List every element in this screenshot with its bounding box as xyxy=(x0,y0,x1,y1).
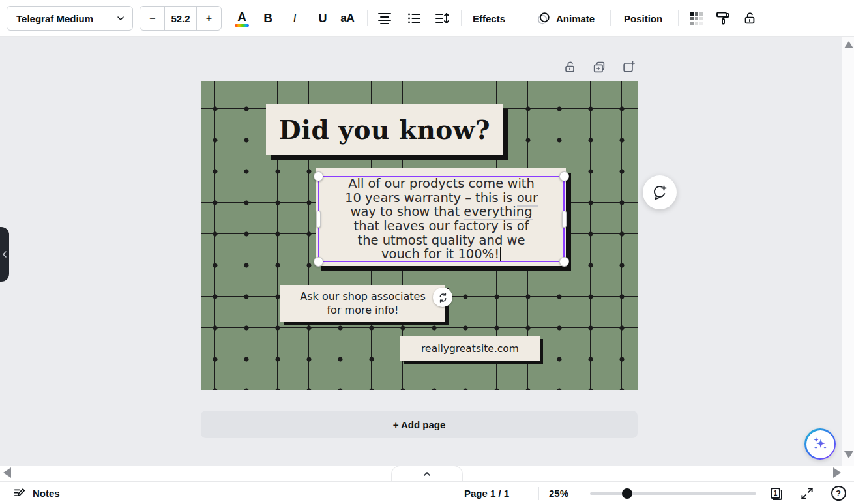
font-size-increase-button[interactable]: + xyxy=(197,7,221,30)
design-page[interactable]: Did you know? All of our prodycts come w… xyxy=(201,81,638,390)
add-comment-button[interactable] xyxy=(643,175,677,209)
chevron-up-icon xyxy=(423,471,431,477)
chevron-down-icon xyxy=(115,13,126,23)
underline-button[interactable]: U xyxy=(311,7,334,30)
italic-button[interactable]: I xyxy=(283,7,306,30)
effects-button[interactable]: Effects xyxy=(465,7,512,30)
sidebar-toggle-button[interactable] xyxy=(0,227,9,282)
add-page-icon xyxy=(621,60,636,74)
website-card[interactable]: reallygreatsite.com xyxy=(400,336,540,361)
transparency-button[interactable] xyxy=(685,7,708,30)
bold-button[interactable]: B xyxy=(256,7,280,30)
paint-roller-icon xyxy=(715,10,731,26)
lock-page-button[interactable] xyxy=(561,58,579,76)
transparency-icon xyxy=(688,10,704,26)
comment-plus-icon xyxy=(651,183,669,201)
selection-handle-right[interactable] xyxy=(562,211,567,228)
textbox-line: All of our prodycts come with xyxy=(348,177,535,191)
ask-info-line1: Ask our shop associates xyxy=(300,290,426,304)
scroll-left-arrow-icon[interactable] xyxy=(3,467,11,478)
lock-button[interactable] xyxy=(738,7,761,30)
duplicate-page-button[interactable] xyxy=(590,58,608,76)
fullscreen-button[interactable] xyxy=(798,482,816,504)
design-title-text: Did you know? xyxy=(279,115,490,145)
font-family-value: Telegraf Medium xyxy=(16,13,93,24)
bullet-list-icon xyxy=(406,10,422,26)
expand-arrows-icon xyxy=(801,487,814,500)
animate-label: Animate xyxy=(556,13,595,24)
pages-icon: 1 xyxy=(771,487,782,500)
selection-handle-bottom-right[interactable] xyxy=(559,257,569,267)
timeline-expander[interactable] xyxy=(391,466,463,482)
line-spacing-button[interactable] xyxy=(430,7,454,30)
align-center-icon xyxy=(377,10,392,26)
textbox-line: 10 years warranty – this is our xyxy=(345,191,538,205)
notes-label: Notes xyxy=(33,488,60,499)
canva-assistant-inner xyxy=(806,430,834,458)
selection-handle-left[interactable] xyxy=(316,211,321,228)
vertical-scrollbar[interactable] xyxy=(842,37,854,466)
textbox-line: vouch for it 100%! xyxy=(381,247,501,261)
notes-button[interactable]: Notes xyxy=(9,482,64,504)
selection-handle-bottom-left[interactable] xyxy=(314,257,323,267)
scroll-down-arrow-icon[interactable] xyxy=(844,451,853,458)
zoom-slider-track[interactable] xyxy=(590,492,756,495)
grid-view-button[interactable]: 1 xyxy=(767,482,786,504)
rotate-arrows-icon xyxy=(437,292,449,303)
statusbar-divider xyxy=(538,487,539,500)
bullet-list-button[interactable] xyxy=(402,7,426,30)
zoom-slider[interactable] xyxy=(590,482,756,504)
ask-info-line2: for more info! xyxy=(327,304,398,318)
notes-icon xyxy=(13,486,27,500)
canva-assistant-button[interactable] xyxy=(804,428,836,460)
font-size-decrease-button[interactable]: − xyxy=(140,7,164,30)
canva-editor: Telegraf Medium − 52.2 + A B I U aA xyxy=(0,0,854,504)
font-family-selector[interactable]: Telegraf Medium xyxy=(7,6,133,31)
line-spacing-icon xyxy=(434,10,450,26)
text-toolbar: Telegraf Medium − 52.2 + A B I U aA xyxy=(0,0,854,37)
position-button[interactable]: Position xyxy=(617,7,670,30)
animate-icon xyxy=(537,11,551,25)
website-text: reallygreatsite.com xyxy=(421,343,519,355)
page-indicator[interactable]: Page 1 / 1 xyxy=(464,482,509,504)
toolbar-divider xyxy=(610,10,611,26)
title-card[interactable]: Did you know? xyxy=(266,104,503,155)
add-page-icon-button[interactable] xyxy=(619,58,638,76)
selection-handle-top-right[interactable] xyxy=(559,171,569,181)
text-color-button[interactable]: A xyxy=(230,7,254,30)
status-bar: Notes Page 1 / 1 25% 1 ? xyxy=(0,481,854,504)
chevron-left-icon xyxy=(1,250,8,258)
lock-open-icon xyxy=(563,60,577,74)
zoom-slider-thumb[interactable] xyxy=(622,488,632,499)
animate-button[interactable]: Animate xyxy=(529,7,602,30)
scroll-up-arrow-icon[interactable] xyxy=(844,41,853,48)
toolbar-divider xyxy=(523,10,523,26)
duplicate-page-icon xyxy=(592,60,606,74)
help-button[interactable]: ? xyxy=(829,482,847,504)
font-size-stepper: − 52.2 + xyxy=(140,6,222,31)
lock-open-icon xyxy=(743,11,757,25)
pages-badge: 1 xyxy=(771,488,780,499)
textbox-line: the utmost quality and we xyxy=(358,233,525,248)
sparkles-icon xyxy=(811,435,829,453)
add-page-button[interactable]: + Add page xyxy=(201,411,638,438)
text-color-icon: A xyxy=(235,10,249,27)
swap-suggestion-button[interactable] xyxy=(433,288,452,307)
page-controls xyxy=(561,58,638,76)
font-size-value[interactable]: 52.2 xyxy=(164,7,196,30)
help-icon: ? xyxy=(831,486,846,501)
scroll-right-arrow-icon[interactable] xyxy=(833,467,841,478)
copy-style-button[interactable] xyxy=(711,7,735,30)
toolbar-divider xyxy=(678,10,679,26)
text-align-button[interactable] xyxy=(373,7,396,30)
selection-handle-top-left[interactable] xyxy=(314,171,323,181)
text-case-button[interactable]: aA xyxy=(336,7,359,30)
toolbar-divider xyxy=(367,10,368,26)
textbox-line: that leaves our factory is of xyxy=(353,219,529,233)
textbox-line: way to show that everything xyxy=(350,205,532,219)
selected-textbox-text[interactable]: All of our prodycts come with10 years wa… xyxy=(318,176,565,262)
ask-info-card[interactable]: Ask our shop associates for more info! xyxy=(280,285,445,322)
text-cursor xyxy=(500,247,501,261)
zoom-level-value[interactable]: 25% xyxy=(549,482,568,504)
toolbar-divider xyxy=(461,10,462,26)
